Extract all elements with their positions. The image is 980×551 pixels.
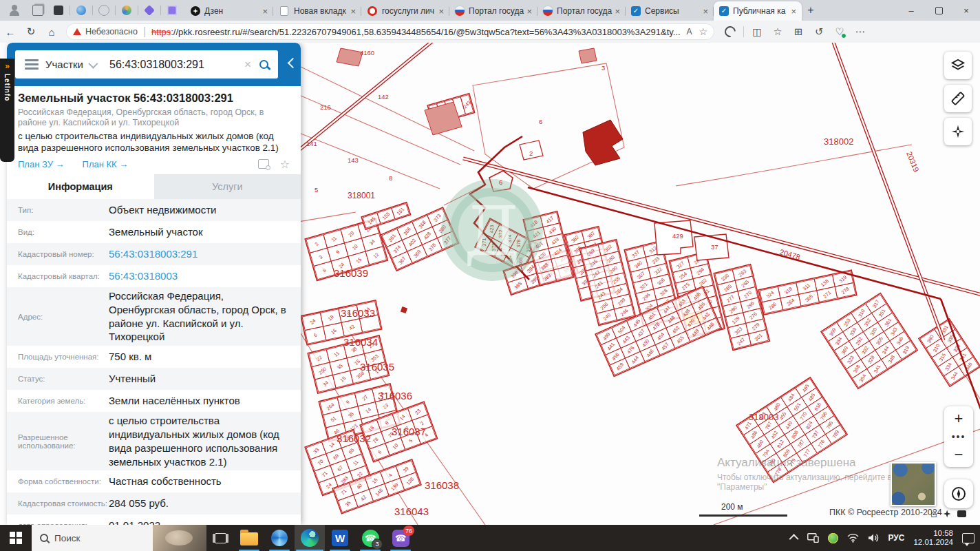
pinned-tab-circle[interactable] [94,2,114,19]
crosshair-star-icon [950,124,966,139]
browser-tab-7[interactable]: Публичная ка× [714,1,802,21]
pinned-tab-grid[interactable] [162,2,182,19]
plan-zu-link[interactable]: План ЗУ → [18,159,65,169]
map-structure-label: 142 [378,93,389,101]
start-button[interactable] [0,525,32,551]
browser-tab-5[interactable]: Портал госуда× [537,1,626,21]
info-table: Тип:Объект недвижимостиВид:Земельный уча… [7,199,301,525]
quarter-label-318003: 318003 [749,412,778,422]
zoom-more-button[interactable]: ••• [944,431,973,442]
circle-icon [98,5,109,16]
home-icon[interactable]: ⌂ [930,508,937,520]
zoom-in-button[interactable]: + [944,406,973,431]
favorite-star-icon[interactable]: ☆ [699,26,707,37]
antivirus-tray-icon[interactable] [828,533,838,543]
maximize-button[interactable] [925,0,952,21]
favorites-icon[interactable]: ☆ [769,23,787,41]
tab-close-icon[interactable]: × [349,6,357,17]
star-icon[interactable] [944,510,951,518]
bookmark-star-icon[interactable]: ☆ [280,158,290,171]
search-input[interactable]: 56:43:0318003:291 [109,59,236,71]
my-location-button[interactable] [944,479,973,508]
tab-close-icon[interactable]: × [613,6,621,17]
wifi-icon[interactable] [847,534,859,543]
taskbar-whatsapp[interactable]: ☎3 [355,525,385,551]
info-row-value-link[interactable]: 56:43:0318003:291 [109,247,301,261]
measure-button[interactable] [944,85,972,112]
refresh-button[interactable]: ↻ [21,25,41,38]
search-icon[interactable] [259,60,268,69]
tab-close-icon[interactable]: × [789,6,798,17]
more-options-icon[interactable]: ⋯ [851,23,869,41]
basemap-thumbnail[interactable] [891,462,936,506]
address-bar[interactable]: Небезопасно | https ://pkk.rosreestr.ru/… [66,23,714,40]
tab-close-icon[interactable]: × [261,6,269,17]
devices-icon[interactable] [807,533,819,543]
browser-essentials-icon[interactable]: ♡ [831,23,849,41]
parcel-info: Земельный участок 56:43:0318003:291 Росс… [7,92,301,525]
history-icon[interactable]: ↺ [810,23,828,41]
copilot-icon[interactable] [721,23,739,41]
swirl-icon [122,6,131,15]
tab-label: госуслуги лич [382,6,437,16]
parcel-block-18[interactable]: 3302632852652772702802951292763032792473… [714,264,769,351]
taskbar-clock[interactable]: 10:58 12.01.2024 [913,529,953,547]
tab-services[interactable]: Услуги [154,174,301,199]
fullscreen-icon[interactable] [957,510,966,517]
tray-expand-icon[interactable] [791,534,798,541]
split-screen-icon[interactable]: ◫ [748,23,766,41]
cadastral-map[interactable]: 2112022391034624151236136636837337440242… [301,43,980,525]
parcel-block-21[interactable]: 3092533103173343393523513602623203613233… [821,293,917,388]
pinned-tab-globe[interactable] [71,2,92,19]
taskbar-viber[interactable]: ☎76 [385,525,416,551]
tab-information[interactable]: Информация [7,174,154,199]
new-tab-button[interactable]: + [802,1,820,19]
search-category-dropdown[interactable]: Участки [45,59,103,70]
parcel-block-22[interactable]: 360331310335315322334341344346 [919,319,980,386]
pinned-tab-diamond[interactable] [139,2,160,19]
security-warning-label[interactable]: Небезопасно [85,27,138,37]
taskbar-edge[interactable] [295,525,325,551]
zoom-to-parcel-icon[interactable] [258,159,269,169]
collections-icon[interactable]: ⊞ [789,23,807,41]
taskbar-word[interactable]: W [325,525,355,551]
minimize-button[interactable]: – [897,0,925,21]
tab-close-icon[interactable]: × [701,6,710,17]
pinned-tab-stack[interactable] [28,2,48,19]
browser-tab-1[interactable]: Дзен× [185,1,273,21]
browser-tab-2[interactable]: Новая вкладк× [273,1,361,21]
pinned-tab-swirl[interactable] [116,2,137,19]
language-indicator[interactable]: РУС [888,533,904,543]
layers-button[interactable] [944,52,972,79]
taskbar-search[interactable]: Поиск [32,525,153,551]
tab-close-icon[interactable]: × [437,6,445,17]
volume-icon[interactable] [868,533,879,543]
home-button[interactable]: ⌂ [41,26,62,38]
zoom-out-button[interactable]: − [944,442,973,467]
taskbar-photos[interactable] [264,525,295,551]
collapse-panel-icon[interactable] [288,58,299,69]
taskbar-file-explorer[interactable] [234,525,264,551]
letinfo-extension-tab[interactable]: » LetInfo [0,59,14,162]
task-view-button[interactable] [206,525,234,551]
info-row-value-link[interactable]: 56:43:0318003 [109,269,301,283]
browser-tab-6[interactable]: Сервисы× [626,1,714,21]
quarter-label-316039: 316039 [334,267,368,279]
read-aloud-icon[interactable]: A [686,27,692,37]
plan-links: План ЗУ → План КК → ☆ [18,157,290,171]
browser-tab-3[interactable]: госуслуги лич× [361,1,449,21]
widgets-thumbnail[interactable] [153,525,206,551]
position-button[interactable] [944,118,972,145]
clear-search-icon[interactable]: × [244,58,251,72]
tab-close-icon[interactable]: × [525,6,533,17]
back-button[interactable]: ← [0,26,21,38]
plan-kk-link[interactable]: План КК → [83,159,129,169]
browser-tab-4[interactable]: Портал госуда× [449,1,537,21]
profile-icon[interactable] [8,4,21,17]
close-button[interactable]: × [952,0,980,21]
parcel-block-19[interactable]: 324318311138319286264305271278 [758,270,857,315]
tab-separator [138,6,138,15]
menu-icon[interactable] [25,57,39,72]
pinned-tab-window[interactable] [48,2,69,19]
notification-center-icon[interactable] [962,533,974,543]
